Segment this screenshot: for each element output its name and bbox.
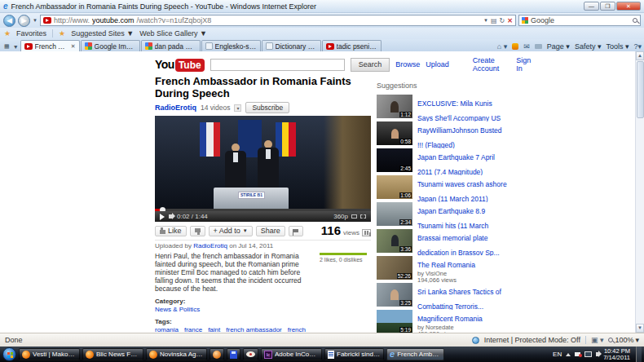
youtube-search-input[interactable] (210, 59, 345, 71)
video-player[interactable]: STIRILE B1 0:02 / 1:44 360p (155, 116, 371, 222)
suggestion-item[interactable]: 1:12 EXCLUSIVE: Mila Kunis Says She'll A… (377, 95, 507, 121)
like-button[interactable]: Like (155, 226, 187, 236)
video-thumbnail[interactable]: 1:06 (377, 175, 412, 199)
taskbar-item-ie-active[interactable]: eFrench Ambassad... (386, 348, 444, 360)
youtube-logo[interactable]: YouTube (155, 57, 205, 72)
page-menu[interactable]: Page ▾ (547, 42, 570, 51)
taskbar-item-save-app[interactable] (227, 348, 240, 360)
youtube-search-button[interactable]: Search (351, 58, 390, 72)
tag-link[interactable]: france (184, 326, 202, 333)
zoom-control[interactable]: 100% ▾ (608, 336, 639, 344)
video-thumbnail[interactable]: 5:19 (377, 310, 412, 333)
compatibility-view-icon[interactable]: ▤ (491, 17, 497, 24)
compatibility-zoom-icon[interactable]: ▣ ▾ (591, 336, 604, 344)
volume-tray-icon[interactable] (596, 352, 599, 356)
play-icon[interactable] (160, 214, 165, 220)
suggestion-item[interactable]: 52:26 The Real Romania by VisiOne 194,06… (377, 256, 507, 283)
category-link[interactable]: News & Politics (155, 306, 200, 313)
scroll-down-icon[interactable]: ▼ (636, 324, 644, 333)
video-thumbnail[interactable]: 0:58 (377, 121, 412, 145)
tab-dictionary-en-sr[interactable]: Englesko-srpski rečnik Krst... (201, 40, 261, 51)
page-scrollbar[interactable]: ▲ ▼ (635, 51, 644, 333)
suggestion-item[interactable]: 0:58 RayWilliamJohnson Busted !!! (Flagg… (377, 121, 507, 148)
taskbar-item-word-doc[interactable]: Fabricki sindikat o... (324, 348, 384, 360)
suggestion-title[interactable]: Brassai memorial plate dedication in Bra… (417, 234, 500, 256)
suggestion-title[interactable]: Japan Earthquake 8.9 Tsunami hits (11 Ma… (417, 207, 488, 229)
safety-menu[interactable]: Safety ▾ (575, 42, 602, 51)
tab-google-images[interactable]: Google Images (81, 40, 140, 51)
forward-button[interactable]: ▶ (18, 15, 30, 27)
taskbar-clock[interactable]: 10:42 PM 7/14/2011 (603, 348, 630, 361)
create-account-link[interactable]: Create Account (473, 56, 500, 73)
tab-google-search[interactable]: dan pada bastilje - Google ... (141, 40, 201, 51)
tab-youtube-other[interactable]: tadic psenic - YouTube (322, 40, 382, 51)
tools-menu[interactable]: Tools ▾ (606, 42, 629, 51)
volume-icon[interactable] (169, 214, 173, 219)
show-desktop-button[interactable] (636, 347, 642, 362)
back-button[interactable]: ◀ (3, 15, 15, 27)
tab-current[interactable]: French Ambassador in ... ✕ (20, 40, 80, 51)
quality-button[interactable]: 360p (333, 213, 348, 220)
suggestion-title[interactable]: Japan Earthquake 7 April 2011 (7.4 Magni… (417, 153, 495, 175)
taskbar-item-firefox-3[interactable]: Novinska Agencij... (146, 348, 207, 360)
sign-in-link[interactable]: Sign In (516, 56, 531, 73)
video-thumbnail[interactable]: 2:45 (377, 148, 412, 172)
help-icon[interactable]: ?▾ (633, 42, 642, 51)
video-thumbnail[interactable]: 3:25 (377, 283, 412, 307)
taskbar-item-firefox-1[interactable]: Vesti | Makonda c... (19, 348, 80, 360)
search-icon[interactable] (633, 18, 637, 23)
video-thumbnail[interactable]: 2:34 (377, 202, 412, 226)
flag-button[interactable] (289, 226, 303, 236)
uploader-videos-dropdown-icon[interactable]: ▾ (234, 104, 241, 112)
favorites-star-icon[interactable]: ★ (4, 29, 11, 38)
add-favorite-icon[interactable]: ★ (59, 29, 65, 38)
suggestion-title[interactable]: Magnificent Romania (417, 315, 483, 323)
search-engine-input[interactable]: Google (518, 15, 641, 26)
suggestion-item[interactable]: 3:36 Brassai memorial plate dedication i… (377, 229, 507, 256)
fullscreen-icon[interactable] (360, 214, 366, 219)
suggestion-item[interactable]: 2:34 Japan Earthquake 8.9 Tsunami hits (… (377, 202, 507, 229)
video-thumbnail[interactable]: 3:36 (377, 229, 412, 253)
suggestion-item[interactable]: 3:25 Sri Lanka Shares Tactics of Combatt… (377, 283, 507, 310)
quick-tabs-icon[interactable]: ▦ (2, 43, 11, 51)
minimize-button[interactable]: — (584, 2, 599, 11)
home-icon[interactable]: ⌂ ▾ (497, 42, 507, 51)
tab-thesaurus[interactable]: Dictionary and Thesaurus ... (262, 40, 321, 51)
suggestion-item[interactable]: 5:19 Magnificent Romania by Norsedate 45… (377, 310, 507, 333)
tab-close-icon[interactable]: ✕ (71, 43, 76, 50)
tab-list-icon[interactable]: ▼ (11, 44, 20, 51)
close-button[interactable]: ✕ (616, 2, 641, 11)
suggestion-title[interactable]: RayWilliamJohnson Busted !!! (Flagged) (417, 126, 501, 148)
video-frame[interactable]: STIRILE B1 (155, 116, 371, 209)
recent-pages-dropdown[interactable]: ▼ (33, 18, 37, 23)
upload-link[interactable]: Upload (426, 60, 449, 68)
scrollbar-thumb[interactable] (637, 61, 644, 118)
dislike-button[interactable] (190, 226, 205, 236)
taskbar-item-eye-app[interactable] (243, 348, 258, 360)
network-icon[interactable] (584, 351, 592, 357)
refresh-icon[interactable]: ↻ (500, 17, 505, 24)
uploader-link[interactable]: RadioErotiq (155, 104, 196, 112)
language-indicator[interactable]: EN (553, 351, 562, 358)
url-input[interactable]: http://www.youtube.com/watch?v=n1ufZqboj… (40, 15, 516, 26)
suggestion-title[interactable]: Sri Lanka Shares Tactics of Combatting T… (417, 288, 501, 310)
suggestion-title[interactable]: The Real Romania (417, 261, 475, 269)
action-center-flag-icon[interactable] (575, 352, 580, 356)
feeds-icon[interactable] (512, 43, 518, 50)
start-button[interactable] (2, 347, 16, 361)
browse-link[interactable]: Browse (395, 60, 420, 68)
stop-icon[interactable]: ✕ (507, 17, 513, 24)
print-icon[interactable] (535, 44, 542, 49)
tag-link[interactable]: french ambassador (226, 326, 281, 333)
scroll-up-icon[interactable]: ▲ (636, 51, 644, 60)
add-to-button[interactable]: + Add to ▼ (209, 226, 253, 236)
taskbar-item-media-player[interactable] (210, 348, 224, 360)
suggestion-title[interactable]: EXCLUSIVE: Mila Kunis Says She'll Accomp… (417, 99, 501, 121)
taskbar-item-incopy[interactable]: IcAdobe InCopy CS... (261, 348, 322, 360)
taskbar-item-firefox-2[interactable]: Blic News Feed Re... (82, 348, 143, 360)
suggestion-item[interactable]: 1:06 Tsunami waves crash ashore Japan (1… (377, 175, 507, 202)
read-mail-icon[interactable]: ✉ (523, 42, 530, 51)
tag-link[interactable]: romania (155, 326, 179, 333)
subscribe-button[interactable]: Subscribe (245, 102, 289, 113)
statistics-icon[interactable] (362, 229, 371, 236)
